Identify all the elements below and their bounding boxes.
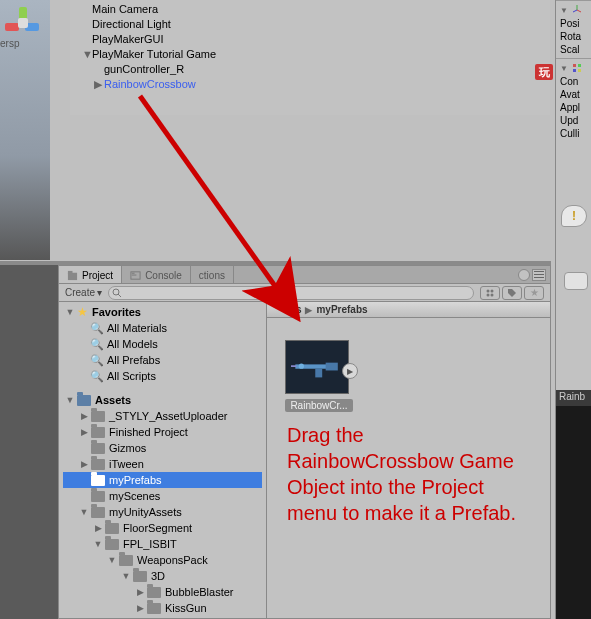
svg-point-10 (491, 293, 494, 296)
folder-item[interactable]: ▶BubbleBlaster (63, 584, 262, 600)
hierarchy-item[interactable]: Main Camera (82, 2, 538, 17)
folder-item[interactable]: Gizmos (63, 440, 262, 456)
svg-rect-12 (326, 363, 338, 371)
svg-rect-20 (578, 64, 581, 67)
animator-apply-root[interactable]: Appl (558, 101, 589, 114)
svg-point-9 (487, 293, 490, 296)
folder-item[interactable]: ▼FPL_ISBIT (63, 536, 262, 552)
folder-icon (133, 571, 147, 582)
favorite-item[interactable]: 🔍All Materials (63, 320, 262, 336)
favorite-item[interactable]: 🔍All Prefabs (63, 352, 262, 368)
folder-icon (91, 443, 105, 454)
search-icon: 🔍 (91, 352, 103, 368)
svg-rect-1 (68, 271, 73, 274)
folder-item[interactable]: ▼3D (63, 568, 262, 584)
folder-icon (91, 411, 105, 422)
scene-gizmo[interactable] (5, 5, 41, 41)
svg-point-8 (491, 289, 494, 292)
animator-culling[interactable]: Culli (558, 127, 589, 140)
folder-icon (91, 459, 105, 470)
perspective-label: ersp (0, 38, 46, 49)
transform-scale[interactable]: Scal (558, 43, 589, 56)
search-input[interactable] (108, 286, 474, 300)
hierarchy-item[interactable]: PlayMakerGUI (82, 32, 538, 47)
console-icon (130, 270, 141, 281)
tab-console[interactable]: Console (122, 266, 191, 283)
chevron-right-icon: ▶ (305, 305, 312, 315)
folder-item[interactable]: ▼myUnityAssets (63, 504, 262, 520)
preview-area (556, 406, 591, 619)
favorite-item[interactable]: 🔍All Scripts (63, 368, 262, 384)
warning-icon: ! (561, 205, 587, 227)
favorite-item[interactable]: 🔍All Models (63, 336, 262, 352)
folder-item[interactable]: ▶FloorSegment (63, 520, 262, 536)
playmaker-badge-icon: 玩 (535, 64, 553, 80)
folder-icon (91, 475, 105, 486)
breadcrumb[interactable]: ets ▶ myPrefabs (267, 302, 550, 318)
tabs-row: Project Console ctions (59, 266, 550, 284)
folder-item[interactable]: ▶_STYLY_AssetUploader (63, 408, 262, 424)
svg-rect-0 (68, 273, 77, 280)
svg-rect-21 (573, 69, 576, 72)
animator-update[interactable]: Upd (558, 114, 589, 127)
animator-controller[interactable]: Con (558, 75, 589, 88)
transform-position[interactable]: Posi (558, 17, 589, 30)
star-icon: ★ (77, 304, 88, 320)
folder-icon (91, 507, 105, 518)
asset-prefab[interactable]: ▶ RainbowCr... (285, 340, 353, 412)
folder-item[interactable]: ▶Finished Project (63, 424, 262, 440)
svg-rect-22 (578, 69, 581, 72)
project-toolbar: Create▾ ★ (59, 284, 550, 302)
left-dock-area (0, 265, 58, 619)
hierarchy-item[interactable]: ▼PlayMaker Tutorial Game (82, 47, 538, 62)
svg-rect-4 (132, 275, 137, 276)
folder-item[interactable]: ▶KissGun (63, 600, 262, 616)
crossbow-icon (291, 353, 343, 381)
transform-rotation[interactable]: Rota (558, 30, 589, 43)
asset-thumbnail: ▶ (285, 340, 349, 394)
scene-view-preview: ersp (0, 0, 50, 260)
folder-item[interactable]: myScenes (63, 488, 262, 504)
folder-icon (105, 523, 119, 534)
folder-icon (91, 427, 105, 438)
project-content[interactable]: ets ▶ myPrefabs ▶ (267, 302, 550, 618)
search-icon (112, 288, 122, 298)
create-button[interactable]: Create▾ (65, 287, 102, 298)
assets-header[interactable]: ▼Assets (63, 392, 262, 408)
hierarchy-item[interactable]: Directional Light (82, 17, 538, 32)
asset-label: RainbowCr... (285, 399, 353, 412)
foldout-arrow-icon[interactable]: ▼ (82, 47, 92, 62)
dropdown-icon: ▾ (97, 287, 102, 298)
folder-item[interactable]: ▼WeaponsPack (63, 552, 262, 568)
tab-actions[interactable]: ctions (191, 266, 234, 283)
foldout-arrow-icon[interactable]: ▶ (94, 77, 104, 92)
filter-by-type-button[interactable] (480, 286, 500, 300)
search-icon: 🔍 (91, 320, 103, 336)
tab-options-button[interactable] (518, 269, 530, 281)
hierarchy-item[interactable]: gunController_R (82, 62, 538, 77)
folder-icon (91, 491, 105, 502)
inspector-panel: ▼ Posi Rota Scal ▼ Con Avat Appl Upd Cul… (555, 0, 591, 619)
preview-label: Rainb (556, 390, 591, 406)
breadcrumb-current[interactable]: myPrefabs (316, 304, 367, 315)
save-search-button[interactable]: ★ (524, 286, 544, 300)
project-tree: ▼★Favorites 🔍All Materials 🔍All Models 🔍… (59, 302, 267, 618)
folder-item-selected[interactable]: myPrefabs (63, 472, 262, 488)
folder-item[interactable]: ▶iTween (63, 456, 262, 472)
favorites-header[interactable]: ▼★Favorites (63, 304, 262, 320)
project-icon (67, 270, 78, 281)
project-panel: Project Console ctions Create▾ ★ ▼★Favor… (58, 265, 551, 619)
tab-project[interactable]: Project (59, 266, 122, 283)
svg-line-17 (577, 10, 581, 12)
hierarchy-item-selected[interactable]: ▶RainbowCrossbow (82, 77, 538, 92)
breadcrumb-parent[interactable]: ets (287, 304, 301, 315)
play-icon: ▶ (342, 363, 358, 379)
svg-line-6 (118, 294, 121, 297)
animator-icon (571, 62, 583, 74)
search-icon: 🔍 (91, 336, 103, 352)
add-component-button[interactable] (564, 272, 588, 290)
animator-avatar[interactable]: Avat (558, 88, 589, 101)
filter-by-label-button[interactable] (502, 286, 522, 300)
svg-point-7 (487, 289, 490, 292)
tab-menu-button[interactable] (532, 269, 546, 281)
